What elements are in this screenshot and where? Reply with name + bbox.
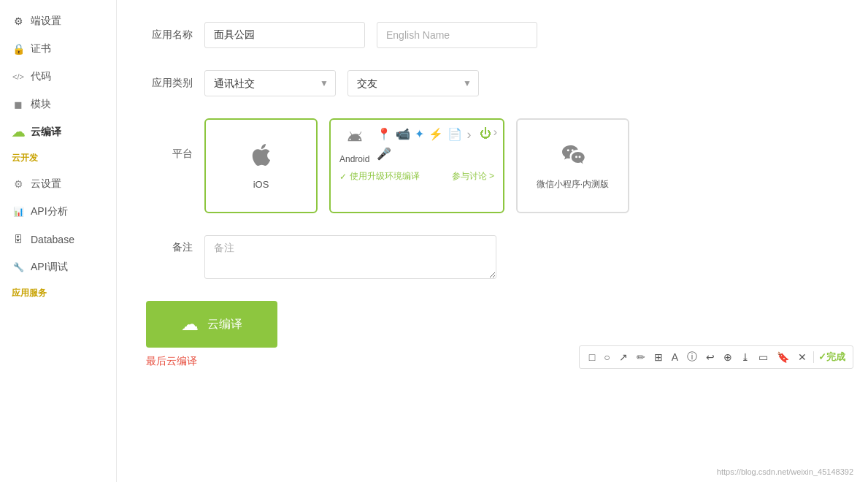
sidebar-item-database[interactable]: 🗄 Database bbox=[0, 226, 116, 253]
wechat-name: 微信小程序·内测版 bbox=[531, 178, 615, 191]
remark-controls bbox=[204, 235, 839, 279]
app-name-input[interactable] bbox=[204, 22, 365, 48]
subcategory-select[interactable]: 交友 bbox=[347, 70, 479, 96]
android-card-top: Android 📍 📹 ✦ ⚡ 📄 › ⏻ 🎤 bbox=[339, 127, 494, 164]
sidebar-label-database: Database bbox=[31, 234, 74, 245]
sidebar-label-apitiaoshi: API调试 bbox=[31, 261, 68, 274]
watermark: https://blog.csdn.net/weixin_45148392 bbox=[717, 467, 853, 476]
bluetooth-icon: ✦ bbox=[415, 127, 424, 142]
power-icon: ⏻ bbox=[480, 127, 491, 142]
gear-icon bbox=[12, 15, 25, 28]
platform-card-ios[interactable]: iOS bbox=[204, 118, 318, 213]
subcategory-select-wrap: 交友 ▼ bbox=[347, 70, 479, 96]
more-icon: › bbox=[493, 126, 497, 139]
cert-icon: 🔒 bbox=[12, 42, 25, 56]
pdf-tool-rect[interactable]: □ bbox=[587, 350, 597, 364]
settings-icon: ⚙ bbox=[12, 177, 25, 191]
app-category-controls: 通讯社交 ▼ 交友 ▼ bbox=[204, 70, 839, 96]
sidebar-label-apifenxi: API分析 bbox=[31, 205, 68, 218]
apple-icon bbox=[248, 142, 274, 175]
pdf-tool-image[interactable]: ⊞ bbox=[652, 350, 665, 364]
android-check-label: 使用升级环境编译 bbox=[350, 170, 420, 183]
pdf-tool-arrow[interactable]: ↗ bbox=[617, 350, 630, 364]
android-name: Android bbox=[339, 154, 369, 164]
submit-cloud-icon: ☁ bbox=[181, 314, 199, 334]
flash-icon: ⚡ bbox=[429, 127, 443, 142]
app-name-controls bbox=[204, 22, 839, 48]
sidebar-label-yunshezhi: 云设置 bbox=[31, 177, 61, 191]
app-category-label: 应用类别 bbox=[146, 77, 204, 90]
sidebar-item-mokuai[interactable]: ◼ 模块 bbox=[0, 91, 116, 118]
sidebar-item-apitiaoshi[interactable]: 🔧 API调试 bbox=[0, 253, 116, 281]
api-icon: 📊 bbox=[12, 205, 25, 218]
sidebar: 端设置 🔒 证书 </> 代码 ◼ 模块 ☁ 云编译 云开发 ⚙ 云设置 📊 A… bbox=[0, 0, 117, 482]
main-content: 应用名称 应用类别 通讯社交 ▼ 交友 ▼ 平台 bbox=[117, 0, 868, 482]
submit-button[interactable]: ☁ 云编译 bbox=[146, 301, 277, 348]
pdf-tool-split[interactable]: ▭ bbox=[756, 350, 770, 364]
android-check: ✓ 使用升级环境编译 bbox=[339, 170, 420, 183]
sidebar-label-duandianshezhi: 端设置 bbox=[31, 15, 61, 28]
pdf-tool-pen[interactable]: ✏ bbox=[634, 350, 648, 364]
code-icon: </> bbox=[12, 70, 25, 83]
platform-card-android[interactable]: › Android 📍 📹 ✦ ⚡ bbox=[329, 118, 504, 213]
app-name-english-input[interactable] bbox=[377, 22, 537, 48]
pdf-toolbar: □ ○ ↗ ✏ ⊞ A ⓘ ↩ ⊕ ⤓ ▭ 🔖 ✕ ✓完成 bbox=[579, 345, 853, 369]
submit-button-label: 云编译 bbox=[207, 317, 242, 332]
pdf-tool-bookmark[interactable]: 🔖 bbox=[775, 350, 791, 364]
pdf-toolbar-divider bbox=[813, 351, 814, 363]
category-select-wrap: 通讯社交 ▼ bbox=[204, 70, 336, 96]
expand-icon: › bbox=[466, 127, 471, 142]
mic-icon: 🎤 bbox=[377, 147, 391, 161]
check-icon: ✓ bbox=[339, 172, 347, 182]
platform-row: 平台 iOS › bbox=[146, 118, 839, 213]
app-name-label: 应用名称 bbox=[146, 28, 204, 42]
cloud-icon: ☁ bbox=[12, 126, 25, 139]
pdf-tool-circle[interactable]: ○ bbox=[602, 350, 612, 364]
sidebar-item-yunshezhi[interactable]: ⚙ 云设置 bbox=[0, 170, 116, 198]
ios-name: iOS bbox=[253, 179, 269, 190]
pdf-tool-done[interactable]: ✓完成 bbox=[818, 351, 845, 364]
platform-label: 平台 bbox=[146, 118, 204, 161]
sidebar-item-apifenxi[interactable]: 📊 API分析 bbox=[0, 198, 116, 226]
sidebar-label-mokuai: 模块 bbox=[31, 98, 51, 111]
app-category-row: 应用类别 通讯社交 ▼ 交友 ▼ bbox=[146, 70, 839, 96]
pdf-tool-undo[interactable]: ↩ bbox=[704, 350, 717, 364]
file-icon: 📄 bbox=[448, 127, 462, 142]
category-select[interactable]: 通讯社交 bbox=[204, 70, 336, 96]
sidebar-label-zhengshu: 证书 bbox=[31, 42, 51, 56]
android-left: Android bbox=[339, 127, 369, 164]
android-features: 📍 📹 ✦ ⚡ 📄 › ⏻ 🎤 bbox=[377, 127, 494, 161]
camera-icon: 📹 bbox=[396, 127, 410, 142]
sidebar-label-yunbianyi: 云编译 bbox=[31, 126, 61, 139]
platform-cards: iOS › Android 📍 📹 bbox=[204, 118, 629, 213]
section-yingyongfuwu: 应用服务 bbox=[0, 281, 116, 305]
android-discuss-link[interactable]: 参与讨论 > bbox=[452, 170, 494, 183]
pdf-tool-text[interactable]: A bbox=[669, 350, 680, 364]
android-icon bbox=[345, 127, 365, 153]
pdf-tool-download[interactable]: ⤓ bbox=[739, 350, 752, 364]
sidebar-item-zhengshu[interactable]: 🔒 证书 bbox=[0, 35, 116, 63]
wechat-icon bbox=[560, 141, 586, 174]
location-icon: 📍 bbox=[377, 127, 391, 142]
db-icon: 🗄 bbox=[12, 233, 25, 246]
pdf-tool-info[interactable]: ⓘ bbox=[685, 349, 699, 365]
pdf-tool-crop[interactable]: ⊕ bbox=[721, 350, 734, 364]
sidebar-item-yunbianyi[interactable]: ☁ 云编译 bbox=[0, 118, 116, 146]
remark-label: 备注 bbox=[146, 235, 204, 254]
android-footer: ✓ 使用升级环境编译 参与讨论 > bbox=[339, 170, 494, 183]
module-icon: ◼ bbox=[12, 98, 25, 111]
sidebar-item-duandianshezhi[interactable]: 端设置 bbox=[0, 7, 116, 35]
section-yunkaifa: 云开发 bbox=[0, 146, 116, 170]
sidebar-label-daima: 代码 bbox=[31, 70, 51, 83]
remark-row: 备注 □ ○ ↗ ✏ ⊞ A ⓘ ↩ ⊕ ⤓ ▭ 🔖 ✕ ✓完成 bbox=[146, 235, 839, 279]
platform-card-wechat[interactable]: 微信小程序·内测版 bbox=[516, 118, 629, 213]
app-name-row: 应用名称 bbox=[146, 22, 839, 48]
pdf-tool-close[interactable]: ✕ bbox=[796, 350, 809, 364]
sidebar-item-daima[interactable]: </> 代码 bbox=[0, 63, 116, 91]
debug-icon: 🔧 bbox=[12, 261, 25, 274]
remark-input[interactable] bbox=[204, 235, 496, 279]
